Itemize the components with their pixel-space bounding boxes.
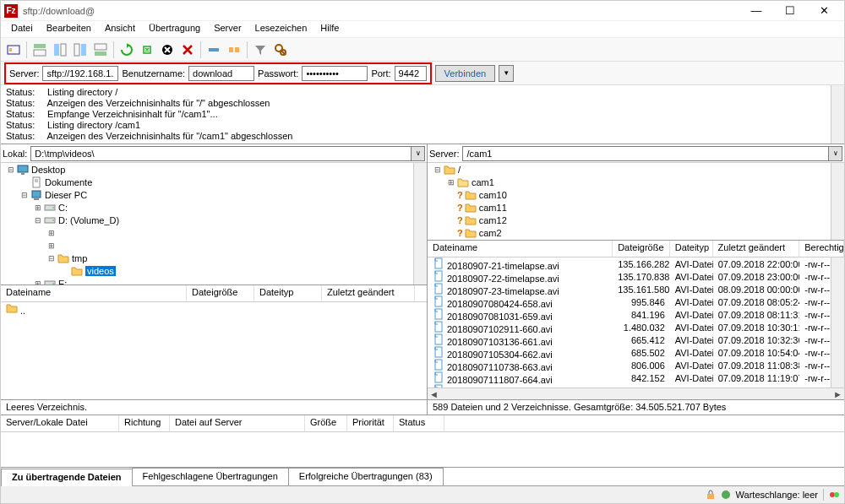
expand-icon[interactable]: ⊞ [33,279,42,285]
remote-path-combo[interactable]: /cam1 ∨ [462,146,842,161]
list-item[interactable]: 20180907103136-661.avi665.412AVI-Datei07… [428,333,844,346]
column-header[interactable]: Dateityp [670,241,713,257]
column-header[interactable]: Dateityp [254,285,322,301]
menu-bearbeiten[interactable]: Bearbeiten [40,21,98,37]
compare-icon[interactable] [225,41,243,59]
column-header[interactable]: Zuletzt geändert [322,285,415,301]
connect-history-dropdown[interactable]: ▼ [499,65,514,82]
local-tree[interactable]: ⊟DesktopDokumente⊟Dieser PC⊞C:⊟D: (Volum… [1,163,427,285]
tree-node[interactable]: ⊟Dieser PC [1,188,427,201]
tree-node[interactable]: ?cam3 [428,239,844,241]
process-icon[interactable] [138,41,156,59]
column-header[interactable]: Dateigröße [613,241,670,257]
list-item[interactable]: 20180907-23-timelapse.avi135.161.580AVI-… [428,283,844,295]
tree-node[interactable]: ⊞ [1,239,427,252]
togglelog-icon[interactable] [30,41,49,59]
expand-icon[interactable]: ⊞ [46,228,56,237]
list-item[interactable]: 20180907102911-660.avi1.480.032AVI-Datei… [428,321,844,333]
togglequeue-icon[interactable] [91,41,110,59]
pass-input[interactable] [302,66,368,81]
menu-lesezeichen[interactable]: Lesezeichen [248,21,314,37]
search-icon[interactable] [271,41,290,59]
reconnect-icon[interactable] [204,41,223,59]
log-scrollbar[interactable] [831,85,844,144]
local-tree-scrollbar[interactable] [413,163,427,285]
queue-tab[interactable]: Zu übertragende Dateien [1,469,133,486]
list-item[interactable]: 20180907110738-663.avi806.006AVI-Datei07… [428,359,844,371]
cancel-icon[interactable] [158,41,177,59]
list-item[interactable]: 20180907111807-664.avi842.152AVI-Datei07… [428,371,844,384]
column-header[interactable]: Dateiname [1,285,187,301]
expand-icon[interactable]: ⊟ [6,165,15,174]
tree-node[interactable]: Dokumente [1,176,427,188]
list-item[interactable]: 20180907080424-658.avi995.846AVI-Datei07… [428,295,844,308]
remote-listview[interactable]: DateinameDateigrößeDateitypZuletzt geänd… [428,241,844,400]
tree-node[interactable]: ⊞C: [1,201,427,214]
menu-datei[interactable]: Datei [4,21,40,37]
menu-hilfe[interactable]: Hilfe [313,21,346,37]
remote-tree[interactable]: ⊟/⊞cam1?cam10?cam11?cam12?cam2?cam3?cam4 [428,163,844,241]
maximize-button[interactable]: ☐ [773,2,807,20]
column-header[interactable]: Berechtigu... [799,241,844,257]
menu-server[interactable]: Server [207,21,248,37]
close-button[interactable]: ✕ [807,2,841,20]
chevron-down-icon[interactable]: ∨ [828,147,842,160]
expand-icon[interactable]: ⊟ [19,190,29,199]
toggleremote-icon[interactable] [71,41,90,59]
remote-list-hscroll[interactable]: ◄► [428,387,844,399]
minimize-button[interactable]: — [739,2,773,20]
disconnect-icon[interactable] [178,41,197,59]
server-input[interactable] [42,66,118,81]
refresh-icon[interactable] [117,41,136,59]
menu-übertragung[interactable]: Übertragung [142,21,207,37]
sitemanager-icon[interactable] [4,41,23,59]
transfer-queue[interactable]: Server/Lokale DateiRichtungDatei auf Ser… [1,415,844,468]
expand-icon[interactable]: ⊟ [433,165,442,174]
tree-node[interactable]: ?cam10 [428,188,844,201]
menu-ansicht[interactable]: Ansicht [98,21,142,37]
tree-node[interactable]: ⊟/ [428,163,844,176]
list-item[interactable]: 20180907-21-timelapse.avi135.166.282AVI-… [428,257,844,270]
tree-node[interactable]: ⊟tmp [1,252,427,264]
queue-tab[interactable]: Erfolgreiche Übertragungen (83) [288,468,444,485]
column-header[interactable]: Richtung [119,415,170,431]
local-listview[interactable]: DateinameDateigrößeDateitypZuletzt geänd… [1,285,427,400]
expand-icon[interactable]: ⊟ [46,253,56,263]
remote-list-vscroll[interactable] [831,257,844,387]
tree-node[interactable]: ⊞cam1 [428,176,844,188]
user-input[interactable] [188,66,254,81]
column-header[interactable]: Dateigröße [187,285,254,301]
column-header[interactable]: Server/Lokale Datei [1,415,119,431]
list-item[interactable]: 20180907081031-659.avi841.196AVI-Datei07… [428,308,844,321]
expand-icon[interactable]: ⊞ [33,203,42,212]
expand-icon[interactable]: ⊟ [33,215,42,225]
column-header[interactable]: Priorität [347,415,394,431]
tree-node[interactable]: ⊟D: (Volume_D) [1,214,427,226]
tree-node[interactable]: ⊞E: [1,277,427,285]
column-header[interactable]: Zuletzt geändert [713,241,800,257]
message-log[interactable]: Status: Listing directory /Status: Anzei… [1,85,844,144]
port-input[interactable] [395,66,427,81]
tree-node[interactable]: ?cam11 [428,201,844,214]
tree-node[interactable]: ?cam2 [428,226,844,239]
tree-node[interactable]: videos [1,264,427,277]
column-header[interactable]: Status [394,415,444,431]
column-header[interactable]: Dateiname [428,241,613,257]
column-header[interactable]: Größe [305,415,347,431]
local-path-combo[interactable]: D:\tmp\videos\ ∨ [30,146,425,161]
list-item[interactable]: 20180907-22-timelapse.avi135.170.838AVI-… [428,270,844,283]
tree-node[interactable]: ?cam12 [428,214,844,226]
expand-icon[interactable]: ⊞ [446,177,455,187]
column-header[interactable]: Datei auf Server [170,415,305,431]
connect-button[interactable]: Verbinden [435,65,496,82]
chevron-down-icon[interactable]: ∨ [411,147,424,160]
tree-node[interactable]: ⊞ [1,226,427,239]
tree-node[interactable]: ⊟Desktop [1,163,427,176]
expand-icon[interactable]: ⊞ [46,241,56,250]
queue-tab[interactable]: Fehlgeschlagene Übertragungen [132,468,289,485]
remote-tree-scrollbar[interactable] [831,163,844,240]
list-item[interactable]: .. [1,302,427,315]
filter-icon[interactable] [251,41,270,59]
togglelocal-icon[interactable] [51,41,69,59]
list-item[interactable]: 20180907105304-662.avi685.502AVI-Datei07… [428,346,844,359]
